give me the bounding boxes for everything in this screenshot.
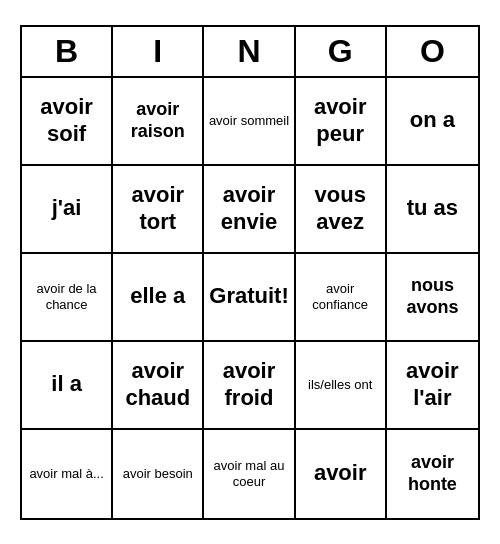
header-letter-i: I xyxy=(113,27,204,76)
bingo-cell-3: avoir peur xyxy=(296,78,387,166)
bingo-cell-13: avoir confiance xyxy=(296,254,387,342)
bingo-cell-19: avoir l'air xyxy=(387,342,478,430)
header-letter-b: B xyxy=(22,27,113,76)
bingo-cell-23: avoir xyxy=(296,430,387,518)
bingo-cell-8: vous avez xyxy=(296,166,387,254)
bingo-cell-14: nous avons xyxy=(387,254,478,342)
bingo-cell-24: avoir honte xyxy=(387,430,478,518)
bingo-cell-20: avoir mal à... xyxy=(22,430,113,518)
bingo-cell-7: avoir envie xyxy=(204,166,295,254)
bingo-cell-4: on a xyxy=(387,78,478,166)
bingo-cell-22: avoir mal au coeur xyxy=(204,430,295,518)
bingo-cell-2: avoir sommeil xyxy=(204,78,295,166)
bingo-cell-15: il a xyxy=(22,342,113,430)
bingo-cell-18: ils/elles ont xyxy=(296,342,387,430)
bingo-cell-0: avoir soif xyxy=(22,78,113,166)
bingo-cell-10: avoir de la chance xyxy=(22,254,113,342)
bingo-cell-21: avoir besoin xyxy=(113,430,204,518)
bingo-cell-16: avoir chaud xyxy=(113,342,204,430)
bingo-cell-6: avoir tort xyxy=(113,166,204,254)
header-letter-n: N xyxy=(204,27,295,76)
bingo-cell-9: tu as xyxy=(387,166,478,254)
bingo-cell-1: avoir raison xyxy=(113,78,204,166)
bingo-header: BINGO xyxy=(22,27,478,78)
bingo-cell-5: j'ai xyxy=(22,166,113,254)
header-letter-g: G xyxy=(296,27,387,76)
header-letter-o: O xyxy=(387,27,478,76)
bingo-cell-11: elle a xyxy=(113,254,204,342)
bingo-cell-12: Gratuit! xyxy=(204,254,295,342)
bingo-cell-17: avoir froid xyxy=(204,342,295,430)
bingo-card: BINGO avoir soifavoir raisonavoir sommei… xyxy=(20,25,480,520)
bingo-grid: avoir soifavoir raisonavoir sommeilavoir… xyxy=(22,78,478,518)
